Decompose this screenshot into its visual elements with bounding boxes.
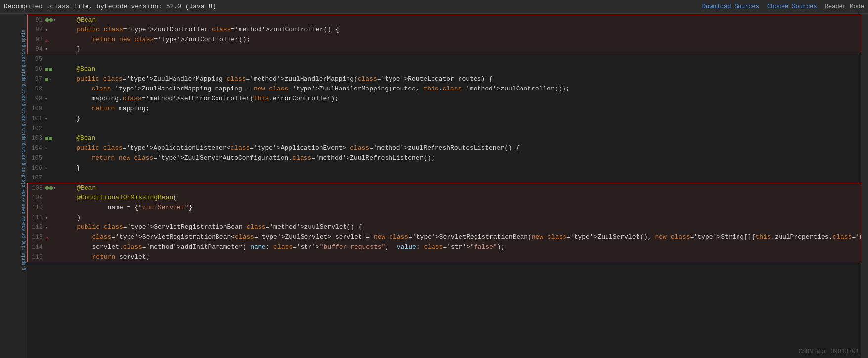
code-content: public class='type'>ZuulController class…: [61, 25, 861, 35]
right-scrollbar[interactable]: [861, 14, 868, 358]
reader-mode-button[interactable]: Reader Mode: [825, 3, 864, 10]
fold-icon[interactable]: ▾: [45, 166, 47, 171]
gutter-icons: ▾: [45, 185, 61, 191]
line-number: 101: [27, 115, 45, 122]
line-number: 91: [28, 17, 45, 24]
line-number: 98: [27, 86, 45, 92]
gutter-icons: ⚠: [45, 37, 61, 43]
fold-icon[interactable]: ▾: [45, 225, 48, 230]
code-content: }: [61, 163, 861, 173]
code-content: @Bean: [61, 15, 861, 25]
gutter-icons: ▾: [45, 96, 61, 102]
code-content: ): [61, 213, 861, 223]
table-row: 96 @Bean: [27, 64, 861, 74]
sidebar-file-label: g.sprin: [0, 88, 27, 107]
fold-icon[interactable]: ▾: [45, 96, 47, 102]
bean-icon: [45, 186, 49, 190]
sidebar-file-label: ring.pr: [0, 232, 27, 252]
line-number: 96: [27, 66, 45, 73]
line-number: 108: [28, 185, 45, 192]
sidebar-file-label: g.sprin: [0, 127, 27, 147]
gutter-icons: [45, 68, 61, 71]
line-number: 100: [27, 105, 45, 112]
table-row: 107: [27, 173, 861, 183]
table-row: 91▾ @Bean: [27, 15, 861, 25]
line-number: 104: [27, 145, 45, 152]
table-row: 108▾ @Bean: [27, 183, 861, 193]
line-number: 103: [27, 135, 45, 142]
code-content: class='type'>ZuulHandlerMapping mapping …: [61, 84, 861, 94]
bean-icon: [49, 186, 53, 190]
fold-icon[interactable]: ▾: [53, 17, 56, 23]
gutter-icons: ▾: [45, 215, 61, 221]
top-bar-title: Decompiled .class file, bytecode version…: [4, 3, 216, 10]
gutter-icons: ▾: [45, 116, 61, 122]
table-row: 92▾ public class='type'>ZuulController c…: [27, 25, 861, 35]
top-bar-actions: Download Sources Choose Sources Reader M…: [702, 3, 864, 10]
fold-icon[interactable]: ▾: [45, 215, 48, 221]
sidebar-file-label: g.sprin: [0, 68, 27, 88]
line-number: 113: [28, 234, 45, 241]
left-sidebar: g.spring.spring.spring.spring.spring.spr…: [0, 14, 27, 358]
line-number: 115: [28, 254, 45, 261]
download-sources-link[interactable]: Download Sources: [702, 3, 759, 10]
table-row: 115 return servlet;: [27, 252, 861, 262]
line-number: 97: [27, 76, 45, 83]
fold-icon[interactable]: ▾: [45, 146, 47, 151]
table-row: 95: [27, 54, 861, 64]
table-row: 102: [27, 124, 861, 134]
sidebar-file-label: cloud-st: [0, 166, 27, 188]
fold-icon[interactable]: ▾: [53, 185, 56, 191]
table-row: 100 return mapping;: [27, 104, 861, 114]
code-content: servlet.class='method'>addInitParameter(…: [61, 242, 861, 252]
table-row: 109 @ConditionalOnMissingBean(: [27, 193, 861, 203]
gutter-icons: ▾: [45, 17, 61, 23]
line-number: 93: [28, 36, 45, 43]
sidebar-file-label: g.sprin: [0, 107, 27, 127]
top-bar: Decompiled .class file, bytecode version…: [0, 0, 868, 14]
sidebar-file-label: g.sprin: [0, 48, 27, 68]
gutter-icons: ▾: [45, 166, 61, 171]
fold-icon[interactable]: ▾: [45, 116, 47, 122]
line-number: 111: [28, 214, 45, 221]
code-content: return new class='type'>ZuulServerAutoCo…: [61, 153, 861, 163]
code-content: public class='type'>ZuulHandlerMapping c…: [61, 74, 861, 84]
code-content: @Bean: [61, 134, 861, 143]
gutter-icons: ▾: [45, 77, 61, 82]
line-number: 92: [28, 26, 45, 33]
fold-icon[interactable]: ▾: [45, 46, 48, 52]
bean-icon: [45, 18, 49, 22]
code-content: class='type'>ServletRegistrationBean<cla…: [61, 232, 861, 242]
line-number: 107: [27, 175, 45, 181]
line-number: 106: [27, 165, 45, 172]
sidebar-file-label: g.sprin: [0, 29, 27, 48]
table-row: 110 name = {"zuulServlet"}: [27, 203, 861, 213]
fold-icon[interactable]: ▾: [49, 77, 51, 82]
table-row: 94▾ }: [27, 45, 861, 54]
warning-icon: ⚠: [45, 37, 49, 43]
gutter-icons: [45, 137, 61, 140]
table-row: 113⚠ class='type'>ServletRegistrationBea…: [27, 232, 861, 242]
gutter-icons: ▾: [45, 225, 61, 230]
watermark: CSDN @qq_39013701: [799, 348, 859, 355]
bean-icon: [49, 68, 52, 71]
sidebar-file-label: g.sprin: [0, 252, 27, 271]
line-number: 112: [28, 224, 45, 231]
sidebar-file-label: g.sprin: [0, 146, 27, 166]
sidebar-file-label: aven: [0, 203, 27, 215]
code-content: @Bean: [61, 64, 861, 74]
fold-icon[interactable]: ▾: [45, 27, 48, 33]
table-row: 114 servlet.class='method'>addInitParame…: [27, 242, 861, 252]
gutter-icons: ▾: [45, 146, 61, 151]
bean-icon: [49, 137, 52, 140]
table-row: 97▾ public class='type'>ZuulHandlerMappi…: [27, 74, 861, 84]
main-area: g.spring.spring.spring.spring.spring.spr…: [0, 14, 868, 358]
gutter-icons: ▾: [45, 27, 61, 33]
code-content: }: [61, 45, 861, 54]
code-content: return new class='type'>ZuulController()…: [61, 35, 861, 45]
bean-icon: [45, 68, 48, 71]
sidebar-file-label: ANIFES: [0, 215, 27, 232]
code-content: public class='type'>ServletRegistrationB…: [61, 223, 861, 232]
line-number: 105: [27, 155, 45, 162]
choose-sources-link[interactable]: Choose Sources: [767, 3, 817, 10]
